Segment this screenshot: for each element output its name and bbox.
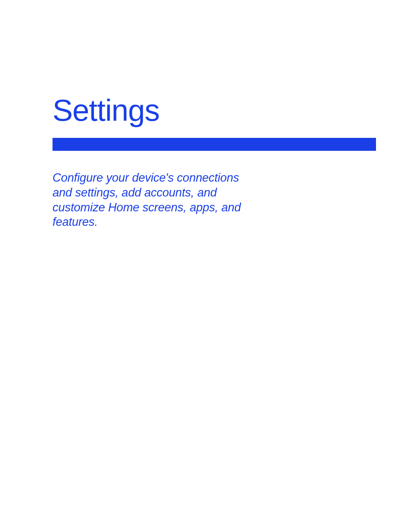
title-underline-bar: [53, 138, 376, 151]
page-description: Configure your device's connections and …: [53, 171, 243, 230]
page-title: Settings: [53, 93, 159, 128]
